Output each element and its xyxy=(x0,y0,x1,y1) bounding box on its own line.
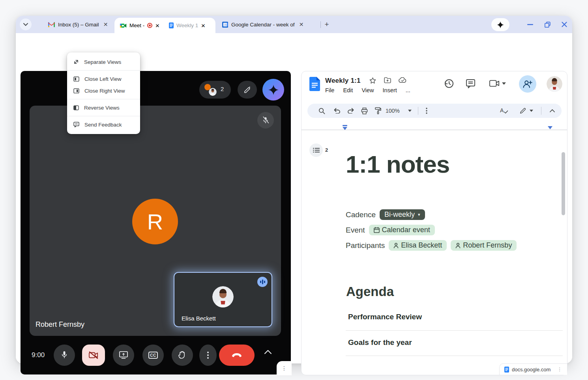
menu-edit[interactable]: Edit xyxy=(343,87,353,93)
feedback-icon xyxy=(73,122,79,127)
version-history-button[interactable] xyxy=(444,78,454,89)
menu-item-label: Separate Views xyxy=(84,59,121,65)
zoom-chevron-icon[interactable] xyxy=(408,104,412,118)
meeting-clock: 9:00 xyxy=(32,351,45,359)
zoom-level-dropdown[interactable]: 100% xyxy=(386,104,400,118)
mic-muted-icon xyxy=(257,112,274,129)
docs-icon xyxy=(504,367,509,373)
more-options-button[interactable] xyxy=(199,345,217,366)
raise-hand-button[interactable] xyxy=(172,345,193,366)
doc-heading[interactable]: 1:1 notes xyxy=(346,150,449,178)
outline-button[interactable] xyxy=(309,143,323,157)
spelling-check-button[interactable]: A xyxy=(500,104,508,118)
share-button[interactable] xyxy=(519,75,536,93)
gemini-meeting-button[interactable] xyxy=(262,79,284,101)
print-button[interactable] xyxy=(361,104,368,118)
gemini-browser-button[interactable] xyxy=(491,18,509,31)
close-tab-icon[interactable]: ✕ xyxy=(298,21,305,28)
participant-chip[interactable]: Robert Fernsby xyxy=(451,240,517,251)
editing-mode-pen-icon[interactable] xyxy=(520,104,526,118)
paint-format-button[interactable] xyxy=(375,104,381,118)
tab-docs[interactable]: Weekly 1 ✕ xyxy=(169,18,206,33)
agenda-item[interactable]: Performance Review xyxy=(348,313,422,321)
menu-view[interactable]: View xyxy=(361,87,374,93)
calendar-event-chip[interactable]: Calendar event xyxy=(369,225,435,235)
desktop: { "browser": { "tabs": [ { "label": "Inb… xyxy=(0,0,588,380)
close-left-view-icon xyxy=(73,76,79,82)
pen-sparkle-icon xyxy=(243,86,251,94)
move-folder-icon[interactable] xyxy=(384,77,391,83)
new-tab-button[interactable]: + xyxy=(322,20,331,29)
participant-chip[interactable]: Elisa Beckett xyxy=(389,240,447,251)
close-tab-icon[interactable]: ✕ xyxy=(201,22,205,29)
docs-menu-bar: File Edit View Insert ... xyxy=(325,87,410,93)
hide-menus-button[interactable] xyxy=(550,104,555,118)
tab-search-button[interactable] xyxy=(20,19,32,30)
tab-meet[interactable]: Meet - ✕ xyxy=(120,18,160,33)
document-title[interactable]: Weekly 1:1 xyxy=(325,77,361,85)
cadence-dropdown-chip[interactable]: Bi-weekly ▾ xyxy=(380,209,425,220)
close-tab-icon[interactable]: ✕ xyxy=(102,21,109,28)
minimize-button[interactable] xyxy=(525,20,535,29)
mic-button[interactable] xyxy=(54,345,75,366)
menu-item-separate-views[interactable]: Separate Views xyxy=(67,56,140,68)
indent-marker-right[interactable] xyxy=(548,126,552,129)
gemini-notes-button[interactable] xyxy=(238,81,257,99)
reverse-views-icon xyxy=(73,105,79,110)
docs-profile-avatar[interactable] xyxy=(547,76,562,92)
collapse-controls-button[interactable] xyxy=(264,350,272,354)
editing-mode-chevron-icon[interactable] xyxy=(530,104,533,118)
close-tab-icon[interactable]: ✕ xyxy=(155,22,159,29)
tab-label: Meet - xyxy=(129,22,144,28)
menu-more[interactable]: ... xyxy=(406,87,410,93)
scrollbar-thumb[interactable] xyxy=(562,152,565,215)
agenda-heading[interactable]: Agenda xyxy=(346,284,394,299)
end-call-button[interactable] xyxy=(219,345,255,366)
self-avatar xyxy=(212,286,234,307)
comments-button[interactable] xyxy=(466,79,476,88)
chevron-down-icon[interactable] xyxy=(502,82,506,85)
participants-row: Participants Elisa Beckett Robert Fernsb… xyxy=(346,240,517,251)
ruler xyxy=(301,130,567,130)
toolbar-overflow-button[interactable] xyxy=(426,104,427,118)
menu-item-reverse-views[interactable]: Reverse Views xyxy=(67,102,140,114)
star-document-icon[interactable] xyxy=(369,77,376,84)
calendar-chip-icon xyxy=(374,227,380,233)
undo-button[interactable] xyxy=(333,104,341,118)
meet-in-doc-button[interactable] xyxy=(489,80,500,87)
calendar-icon: 31 xyxy=(222,22,228,28)
participant-name: Robert Fernsby xyxy=(36,320,84,329)
menu-item-close-right-view[interactable]: Close Right View xyxy=(67,85,140,97)
participant-initial-avatar: R xyxy=(132,199,178,244)
person-chip-icon xyxy=(455,243,461,248)
split-view-dropdown-menu: Separate Views Close Left View Close Rig… xyxy=(67,52,140,134)
captions-button[interactable]: CC xyxy=(142,345,164,366)
camera-off-button[interactable] xyxy=(82,345,105,366)
self-video-tile[interactable]: Elisa Beckett xyxy=(174,272,272,327)
present-screen-button[interactable] xyxy=(113,345,134,366)
footer-menu-icon[interactable]: ⋮ xyxy=(557,367,562,372)
phone-down-icon xyxy=(231,353,242,358)
menu-insert[interactable]: Insert xyxy=(383,87,397,93)
tab-calendar[interactable]: 31 Google Calendar - week of ✕ xyxy=(222,16,319,33)
search-menus-button[interactable] xyxy=(318,104,325,118)
cadence-label: Cadence xyxy=(346,210,376,219)
menu-file[interactable]: File xyxy=(325,87,334,93)
person-chip-icon xyxy=(393,243,399,248)
participants-count-button[interactable]: 2 xyxy=(199,81,231,99)
docs-pane-footer-tab[interactable]: docs.google.com ⋮ xyxy=(499,363,567,375)
menu-item-close-left-view[interactable]: Close Left View xyxy=(67,73,140,85)
docs-logo-icon xyxy=(309,77,320,91)
split-divider-menu-handle[interactable]: ⋮ xyxy=(277,361,292,375)
close-window-button[interactable] xyxy=(559,20,569,29)
cloud-saved-icon[interactable] xyxy=(399,77,406,83)
menu-item-label: Close Right View xyxy=(84,88,125,94)
menu-item-send-feedback[interactable]: Send Feedback xyxy=(67,119,140,130)
restore-window-button[interactable] xyxy=(542,20,552,29)
event-row: Event Calendar event xyxy=(346,225,435,235)
agenda-item[interactable]: Goals for the year xyxy=(348,338,412,347)
indent-marker-left[interactable] xyxy=(343,125,347,130)
redo-button[interactable] xyxy=(347,104,354,118)
chevron-down-icon: ▾ xyxy=(418,212,420,217)
menu-divider xyxy=(67,70,140,71)
